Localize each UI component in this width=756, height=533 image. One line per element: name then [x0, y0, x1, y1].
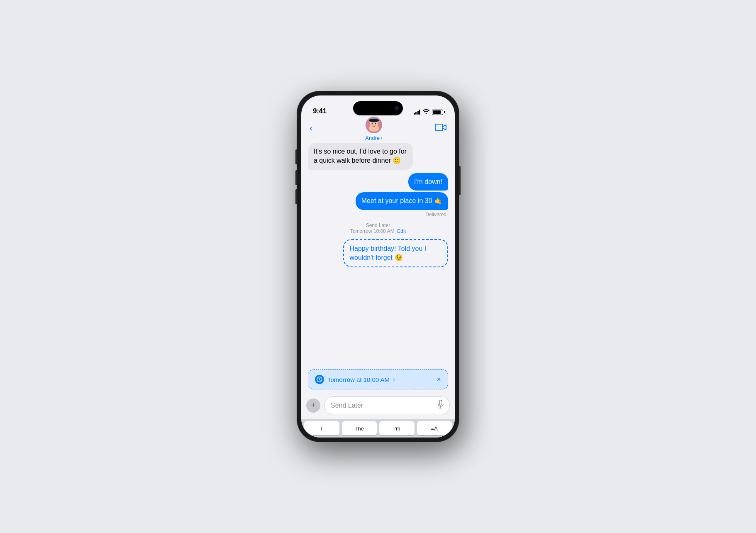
keyboard-key-im[interactable]: I'm	[379, 421, 415, 435]
delivered-status: Delivered	[425, 212, 448, 218]
message-input-placeholder[interactable]: Send Later	[331, 402, 363, 409]
clock-icon	[315, 375, 324, 384]
contact-info[interactable]: Andre ›	[365, 117, 382, 141]
schedule-time-label: Tomorrow at 10:00 AM	[327, 376, 390, 383]
messages-area: It's so nice out, I'd love to go for a q…	[301, 139, 455, 366]
sent-messages-group: I'm down! Meet at your place in 30 🤙 Del…	[308, 173, 448, 218]
schedule-close-button[interactable]: ×	[437, 375, 441, 384]
svg-point-7	[375, 123, 376, 124]
schedule-chevron-icon: ›	[393, 376, 395, 383]
edit-button[interactable]: Edit	[397, 228, 406, 234]
keyboard-bar: l The I'm =A	[301, 419, 455, 438]
scheduled-message-bubble: Happy birthday! Told you I wouldn't forg…	[343, 239, 449, 268]
add-media-button[interactable]: +	[306, 399, 320, 413]
signal-icon	[414, 110, 421, 115]
svg-point-6	[371, 123, 373, 124]
avatar	[366, 117, 382, 133]
schedule-bar[interactable]: Tomorrow at 10:00 AM › ×	[308, 369, 448, 389]
svg-rect-10	[439, 400, 442, 405]
message-received-1: It's so nice out, I'd love to go for a q…	[308, 143, 413, 170]
svg-rect-8	[435, 124, 443, 131]
phone-shell: 9:41	[297, 91, 459, 442]
message-sent-1: I'm down!	[408, 173, 448, 191]
keyboard-key-the[interactable]: The	[342, 421, 377, 435]
message-sent-2: Meet at your place in 30 🤙	[356, 192, 448, 210]
battery-icon	[432, 110, 443, 115]
svg-point-2	[369, 125, 379, 132]
screen: 9:41	[301, 95, 455, 438]
schedule-bar-left: Tomorrow at 10:00 AM ›	[315, 375, 395, 384]
status-time: 9:41	[313, 107, 327, 115]
video-call-button[interactable]	[435, 123, 446, 134]
input-area: + Send Later	[301, 393, 455, 419]
keyboard-key-l[interactable]: l	[304, 421, 339, 435]
scene: 9:41	[241, 80, 515, 453]
back-chevron-icon: ‹	[310, 124, 312, 133]
wifi-icon	[423, 109, 429, 115]
nav-bar: ‹	[301, 118, 455, 139]
svg-point-5	[369, 119, 379, 122]
message-input-container[interactable]: Send Later	[324, 396, 450, 414]
send-later-info: Send Later Tomorrow 10:00 AM Edit	[308, 222, 448, 234]
back-button[interactable]: ‹	[310, 125, 312, 133]
keyboard-key-aa[interactable]: =A	[417, 421, 452, 435]
send-later-time-edit: Tomorrow 10:00 AM Edit	[308, 228, 448, 234]
microphone-icon[interactable]	[438, 400, 444, 411]
status-icons	[414, 109, 444, 115]
camera-dot	[395, 106, 399, 110]
dynamic-island	[353, 101, 403, 115]
